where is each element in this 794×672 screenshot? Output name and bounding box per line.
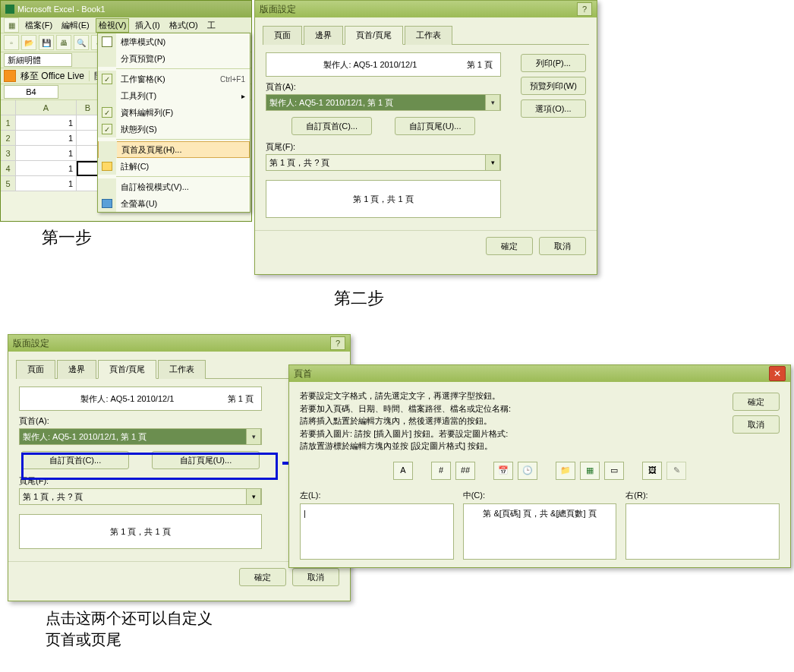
tab-sheet[interactable]: 工作表 bbox=[158, 360, 206, 379]
print-button[interactable]: 列印(P)... bbox=[521, 54, 586, 72]
menu-item-formula-bar[interactable]: ✓資料編輯列(F) bbox=[98, 104, 250, 121]
footer-dropdown[interactable]: 第 1 頁，共 ? 頁 ▾ bbox=[266, 154, 501, 171]
dialog-footer: 確定 取消 bbox=[255, 230, 597, 261]
row-header-2[interactable]: 2 bbox=[1, 131, 16, 146]
header-dropdown[interactable]: 製作人: AQ5-1 2010/12/1, 第 1 頁 ▾ bbox=[19, 428, 262, 445]
page-number-icon[interactable]: # bbox=[431, 462, 451, 480]
menu-edit[interactable]: 編輯(E) bbox=[58, 18, 93, 33]
insert-picture-icon[interactable]: 🖼 bbox=[642, 462, 662, 480]
tab-margins[interactable]: 邊界 bbox=[57, 360, 96, 379]
menu-file[interactable]: 檔案(F) bbox=[22, 18, 55, 33]
tab-sheet[interactable]: 工作表 bbox=[405, 26, 452, 45]
footer-preview: 第 1 頁，共 1 頁 bbox=[266, 180, 501, 218]
help-button[interactable]: ? bbox=[330, 336, 345, 350]
submenu-arrow-icon: ▸ bbox=[241, 92, 245, 100]
cell-b2[interactable] bbox=[77, 131, 99, 146]
save-icon[interactable]: 💾 bbox=[39, 35, 54, 50]
cancel-button[interactable]: 取消 bbox=[539, 237, 586, 255]
menu-insert[interactable]: 插入(I) bbox=[132, 18, 162, 33]
open-icon[interactable]: 📂 bbox=[21, 35, 36, 50]
new-icon[interactable]: ▫ bbox=[4, 35, 19, 50]
menu-item-comments[interactable]: 註解(C) bbox=[98, 158, 250, 175]
ok-button[interactable]: 確定 bbox=[239, 568, 286, 586]
col-header-b[interactable]: B bbox=[77, 100, 99, 115]
tab-margins[interactable]: 邊界 bbox=[304, 26, 343, 45]
close-button[interactable]: ✕ bbox=[769, 366, 786, 381]
footer-dropdown[interactable]: 第 1 頁，共 ? 頁 ▾ bbox=[19, 488, 262, 505]
header-dialog: 頁首 ✕ 若要設定文字格式，請先選定文字，再選擇字型按鈕。 若要加入頁碼、日期、… bbox=[288, 364, 791, 568]
menu-view[interactable]: 檢視(V) bbox=[96, 18, 130, 33]
time-icon[interactable]: 🕒 bbox=[518, 462, 537, 480]
name-box[interactable]: B4 bbox=[4, 85, 58, 99]
menu-tools[interactable]: 工 bbox=[204, 18, 219, 33]
cancel-button[interactable]: 取消 bbox=[292, 568, 339, 586]
cell-a3[interactable]: 1 bbox=[16, 146, 77, 161]
left-section-textarea[interactable]: | bbox=[300, 503, 454, 560]
cell-a2[interactable]: 1 bbox=[16, 131, 77, 146]
preview-icon[interactable]: 🔍 bbox=[74, 35, 89, 50]
step1-label: 第一步 bbox=[42, 226, 92, 249]
font-format-icon[interactable]: A bbox=[393, 462, 413, 480]
menu-item-status-bar[interactable]: ✓狀態列(S) bbox=[98, 121, 250, 137]
cell-a5[interactable]: 1 bbox=[16, 176, 77, 191]
print-icon[interactable]: 🖶 bbox=[56, 35, 71, 50]
corner-header[interactable] bbox=[1, 100, 16, 115]
cell-b5[interactable] bbox=[77, 176, 99, 191]
col-header-a[interactable]: A bbox=[16, 100, 77, 115]
row-header-1[interactable]: 1 bbox=[1, 115, 16, 131]
header-dropdown[interactable]: 製作人: AQ5-1 2010/12/1, 第 1 頁 ▾ bbox=[266, 94, 501, 111]
menu-item-toolbars[interactable]: 工具列(T)▸ bbox=[98, 87, 250, 104]
menu-item-page-break-preview[interactable]: 分頁預覽(P) bbox=[98, 50, 250, 67]
menu-format[interactable]: 格式(O) bbox=[166, 18, 201, 33]
dropdown-arrow-icon[interactable]: ▾ bbox=[485, 154, 500, 171]
menu-item-full-screen[interactable]: 全螢幕(U) bbox=[98, 195, 250, 212]
cell-b1[interactable] bbox=[77, 115, 99, 131]
ok-button[interactable]: 確定 bbox=[733, 393, 780, 411]
office-live-label[interactable]: 移至 Office Live bbox=[20, 70, 84, 83]
center-section-textarea[interactable]: 第 &[頁碼] 頁，共 &[總頁數] 頁 bbox=[463, 503, 617, 560]
row-header-5[interactable]: 5 bbox=[1, 176, 16, 191]
dropdown-arrow-icon[interactable]: ▾ bbox=[246, 488, 261, 505]
date-icon[interactable]: 📅 bbox=[493, 462, 513, 480]
menu-item-header-footer[interactable]: 頁首及頁尾(H)... bbox=[98, 141, 250, 158]
row-header-4[interactable]: 4 bbox=[1, 161, 16, 176]
help-text-2b: 請將插入點置於編輯方塊內，然後選擇適當的按鈕。 bbox=[300, 415, 780, 427]
tab-name-icon[interactable]: ▭ bbox=[604, 462, 624, 480]
help-text-2: 若要加入頁碼、日期、時間、檔案路徑、檔名或定位名稱: bbox=[300, 402, 780, 415]
custom-footer-button[interactable]: 自訂頁尾(U)... bbox=[395, 117, 475, 135]
print-preview-button[interactable]: 預覽列印(W) bbox=[521, 77, 586, 95]
excel-logo-icon[interactable]: ▦ bbox=[4, 17, 19, 33]
tab-header-footer[interactable]: 頁首/頁尾 bbox=[345, 26, 403, 45]
excel-icon bbox=[5, 5, 14, 14]
dropdown-arrow-icon[interactable]: ▾ bbox=[246, 428, 261, 445]
header-preview: 製作人: AQ5-1 2010/12/1 第 1 頁 bbox=[266, 52, 501, 77]
menu-item-normal[interactable]: 標準模式(N) bbox=[98, 33, 250, 50]
dropdown-arrow-icon[interactable]: ▾ bbox=[485, 94, 500, 111]
cell-a4[interactable]: 1 bbox=[16, 161, 77, 176]
cancel-button[interactable]: 取消 bbox=[733, 415, 780, 434]
custom-header-button[interactable]: 自訂頁首(C)... bbox=[291, 117, 372, 135]
dialog-tabs: 頁面 邊界 頁首/頁尾 工作表 bbox=[263, 25, 589, 45]
row-header-3[interactable]: 3 bbox=[1, 146, 16, 161]
office-live-icon bbox=[4, 70, 16, 82]
format-picture-icon[interactable]: ✎ bbox=[666, 462, 686, 480]
file-name-icon[interactable]: ▦ bbox=[580, 462, 600, 480]
step2-label: 第二步 bbox=[334, 287, 384, 310]
check-icon: ✓ bbox=[102, 74, 112, 84]
font-name-dropdown[interactable]: 新細明體 bbox=[4, 53, 72, 67]
menu-item-task-pane[interactable]: ✓工作窗格(K)Ctrl+F1 bbox=[98, 71, 250, 87]
options-button[interactable]: 選項(O)... bbox=[521, 99, 586, 118]
tab-page[interactable]: 頁面 bbox=[263, 26, 302, 45]
ok-button[interactable]: 確定 bbox=[486, 237, 533, 255]
cell-b4-selected[interactable] bbox=[77, 161, 99, 176]
excel-title: Microsoft Excel - Book1 bbox=[17, 5, 106, 14]
cell-b3[interactable] bbox=[77, 146, 99, 161]
right-section-textarea[interactable] bbox=[625, 503, 780, 560]
total-pages-icon[interactable]: ## bbox=[455, 462, 475, 480]
help-button[interactable]: ? bbox=[577, 2, 592, 16]
file-path-icon[interactable]: 📁 bbox=[556, 462, 575, 480]
menu-item-custom-views[interactable]: 自訂檢視模式(V)... bbox=[98, 178, 250, 195]
tab-page[interactable]: 頁面 bbox=[16, 360, 55, 379]
cell-a1[interactable]: 1 bbox=[16, 115, 77, 131]
tab-header-footer[interactable]: 頁首/頁尾 bbox=[98, 360, 156, 379]
